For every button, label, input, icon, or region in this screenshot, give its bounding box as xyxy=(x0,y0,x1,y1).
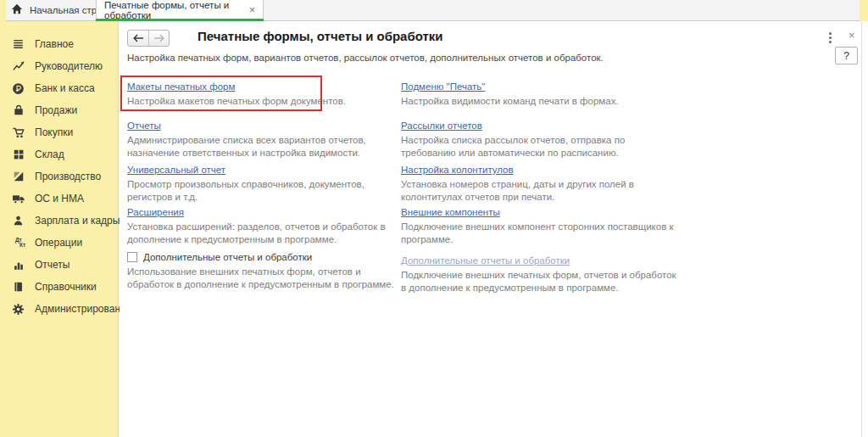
dtkt-icon: ДтКт xyxy=(11,236,25,249)
group-print-form-layouts: Макеты печатных форм Настройка макетов п… xyxy=(127,78,398,108)
truck-icon xyxy=(11,192,25,205)
sidebar-item-production[interactable]: Производство xyxy=(0,165,118,188)
page-subtitle: Настройка печатных форм, вариантов отчет… xyxy=(127,53,604,63)
link-universal-report[interactable]: Универсальный отчет xyxy=(127,165,225,175)
gear-icon xyxy=(11,302,25,316)
menu-icon xyxy=(11,37,25,51)
person-icon xyxy=(11,214,25,227)
book-icon xyxy=(11,280,25,294)
sidebar-item-manager[interactable]: Руководителю xyxy=(0,55,118,77)
grid-icon xyxy=(11,148,25,161)
sidebar-item-sales[interactable]: Продажи xyxy=(0,99,118,121)
form-close-icon[interactable]: × xyxy=(845,27,859,43)
link-extensions[interactable]: Расширения xyxy=(127,207,184,217)
home-icon xyxy=(11,3,23,18)
trend-icon xyxy=(11,59,25,73)
link-headers-footers[interactable]: Настройка колонтитулов xyxy=(401,165,514,175)
link-print-submenu[interactable]: Подменю "Печать" xyxy=(401,81,485,92)
additional-reports-checkbox-label: Дополнительные отчеты и обработки xyxy=(143,252,312,262)
tab-active-label: Печатные формы, отчеты и обработки xyxy=(104,0,242,20)
production-icon xyxy=(11,170,25,183)
content-right-border xyxy=(861,21,862,437)
back-button[interactable] xyxy=(128,31,148,46)
help-button[interactable]: ? xyxy=(835,47,858,64)
main-content: Печатные формы, отчеты и обработки × Нас… xyxy=(120,21,868,437)
left-edge-strip xyxy=(0,0,6,21)
sidebar-item-fixed-assets[interactable]: ОС и НМА xyxy=(0,188,118,210)
page-title: Печатные формы, отчеты и обработки xyxy=(198,29,443,43)
group-print-submenu: Подменю "Печать" Настройка видимости ком… xyxy=(401,78,682,108)
link-report-mailings[interactable]: Рассылки отчетов xyxy=(401,120,482,131)
additional-reports-checkbox[interactable] xyxy=(127,252,137,262)
sidebar-item-administration[interactable]: Администрирование xyxy=(0,298,118,320)
sidebar-item-payroll-hr[interactable]: Зарплата и кадры xyxy=(0,210,118,232)
ruble-icon xyxy=(11,81,25,95)
group-reports: Отчеты Администрирование списка всех вар… xyxy=(127,117,398,159)
sidebar-item-catalogs[interactable]: Справочники xyxy=(0,276,118,298)
group-report-mailings: Рассылки отчетов Настройка списка рассыл… xyxy=(401,117,682,159)
group-additional-reports-link: Дополнительные отчеты и обработки Подклю… xyxy=(401,252,682,294)
sidebar-item-purchases[interactable]: Покупки xyxy=(0,121,118,143)
group-universal-report: Универсальный отчет Просмотр произвольны… xyxy=(127,161,398,203)
sidebar-item-operations[interactable]: ДтКт Операции xyxy=(0,232,118,254)
bar-chart-icon xyxy=(11,258,25,272)
group-headers-footers: Настройка колонтитулов Установка номеров… xyxy=(401,161,682,203)
tab-close-icon[interactable]: × xyxy=(249,6,255,14)
application-window: Начальная страница Печатные формы, отчет… xyxy=(0,0,868,437)
additional-reports-checkbox-row[interactable]: Дополнительные отчеты и обработки xyxy=(127,252,398,262)
section-panel: Главное Руководителю Банк и касса Продаж… xyxy=(0,21,119,437)
sidebar-item-warehouse[interactable]: Склад xyxy=(0,143,118,165)
sidebar-item-main[interactable]: Главное xyxy=(0,33,118,55)
active-tab-underline xyxy=(96,19,264,21)
group-extensions: Расширения Установка расширений: раздело… xyxy=(127,204,398,245)
tab-bar: Начальная страница Печатные формы, отчет… xyxy=(0,0,868,21)
more-menu-icon[interactable] xyxy=(827,31,833,45)
group-additional-reports-checkbox: Дополнительные отчеты и обработки Исполь… xyxy=(127,252,398,290)
history-nav xyxy=(127,30,170,47)
link-print-form-layouts[interactable]: Макеты печатных форм xyxy=(127,81,235,92)
bag-icon xyxy=(11,104,25,117)
link-additional-reports-disabled[interactable]: Дополнительные отчеты и обработки xyxy=(401,255,570,266)
sidebar-item-reports[interactable]: Отчеты xyxy=(0,254,118,276)
right-edge-strip xyxy=(860,0,868,21)
link-external-components[interactable]: Внешние компоненты xyxy=(401,207,500,217)
link-reports[interactable]: Отчеты xyxy=(127,120,161,131)
forward-button[interactable] xyxy=(148,31,169,46)
tab-active[interactable]: Печатные формы, отчеты и обработки × xyxy=(96,0,264,20)
group-external-components: Внешние компоненты Подключение внешних к… xyxy=(401,204,682,245)
sidebar-item-bank-cash[interactable]: Банк и касса xyxy=(0,77,118,99)
cart-icon xyxy=(11,126,25,139)
